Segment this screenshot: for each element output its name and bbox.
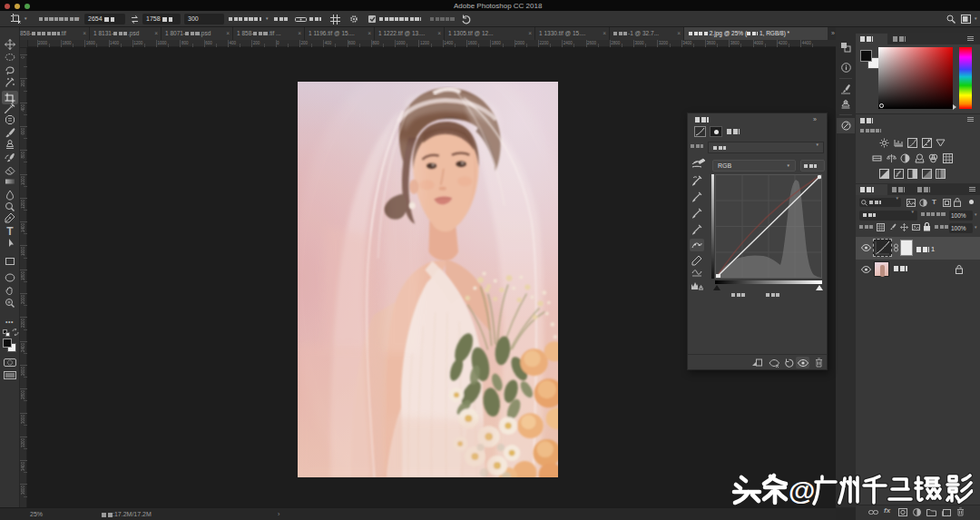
svg-text:T: T — [6, 225, 14, 236]
svg-text:@: @ — [789, 476, 815, 505]
